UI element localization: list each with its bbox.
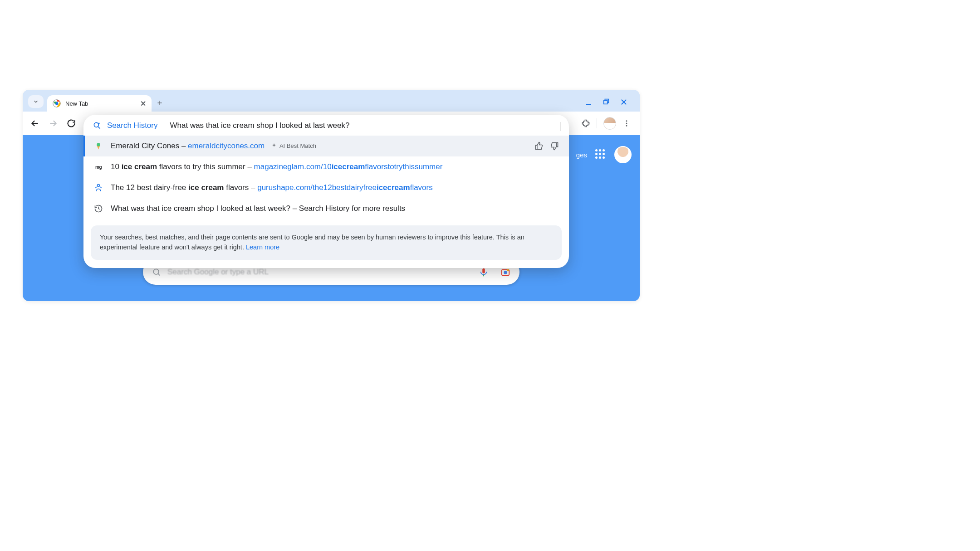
back-button[interactable] [27, 116, 43, 131]
svg-point-18 [94, 122, 98, 127]
svg-point-9 [626, 123, 627, 124]
suggestion-row[interactable]: Emerald City Cones – emeraldcitycones.co… [83, 136, 569, 156]
svg-point-16 [504, 271, 507, 274]
window-controls [584, 98, 636, 112]
thumbs-up-icon[interactable] [534, 141, 544, 151]
feedback-buttons [534, 141, 559, 151]
profile-avatar-ntp[interactable] [614, 146, 632, 163]
minimize-button[interactable] [584, 98, 593, 106]
toolbar-divider [597, 118, 597, 128]
voice-search-icon[interactable] [479, 267, 489, 277]
chrome-favicon-icon [53, 99, 61, 107]
ai-disclaimer-notice: Your searches, best matches, and their p… [91, 225, 562, 260]
top-link-fragment[interactable]: ges [576, 151, 587, 159]
reload-button[interactable] [64, 116, 79, 131]
tab-strip: New Tab ✕ ＋ [23, 90, 640, 112]
ai-search-icon [93, 121, 102, 130]
close-window-button[interactable] [620, 98, 628, 106]
thumbs-down-icon[interactable] [550, 141, 559, 151]
suggestion-text: 10 ice cream flavors to try this summer … [111, 162, 559, 171]
ntp-search-placeholder: Search Google or type a URL [167, 268, 269, 277]
profile-avatar-toolbar[interactable] [603, 117, 616, 130]
restore-button[interactable] [603, 98, 610, 106]
history-icon [93, 204, 103, 214]
site-favicon-icon [93, 183, 103, 193]
omnibox-input-row[interactable]: Search History What was that ice cream s… [83, 115, 569, 136]
suggestion-text: The 12 best dairy-free ice cream flavors… [111, 183, 559, 192]
suggestion-row[interactable]: The 12 best dairy-free ice cream flavors… [83, 177, 569, 198]
cone-favicon-icon [93, 141, 103, 151]
browser-tab[interactable]: New Tab ✕ [47, 95, 152, 112]
svg-rect-3 [604, 100, 608, 104]
tab-title: New Tab [65, 100, 88, 107]
new-tab-button[interactable]: ＋ [153, 96, 166, 109]
svg-point-21 [98, 185, 100, 187]
kebab-menu-icon[interactable] [622, 119, 631, 127]
ai-best-match-badge: AI Best Match [271, 142, 316, 149]
svg-line-12 [158, 273, 160, 275]
search-scope-chip[interactable]: Search History [107, 121, 164, 130]
omnibox-dropdown: Search History What was that ice cream s… [83, 115, 569, 268]
forward-button [45, 116, 61, 131]
svg-rect-13 [482, 268, 485, 273]
suggestion-text: What was that ice cream shop I looked at… [111, 204, 559, 213]
site-favicon-icon: mg [93, 162, 103, 172]
svg-point-17 [507, 269, 509, 271]
ntp-top-right: ges [576, 146, 632, 163]
lens-search-icon[interactable] [500, 267, 510, 277]
notice-text: Your searches, best matches, and their p… [100, 234, 524, 251]
svg-point-10 [626, 125, 627, 127]
tab-search-button[interactable] [28, 95, 44, 108]
learn-more-link[interactable]: Learn more [246, 244, 279, 251]
google-apps-icon[interactable] [595, 149, 606, 160]
suggestion-row[interactable]: What was that ice cream shop I looked at… [83, 198, 569, 219]
svg-line-19 [98, 127, 100, 129]
suggestion-text: Emerald City Cones – emeraldcitycones.co… [111, 141, 527, 151]
svg-point-8 [626, 120, 627, 122]
extensions-icon[interactable] [581, 119, 590, 128]
omnibox-query-text[interactable]: What was that ice cream shop I looked at… [170, 121, 560, 130]
svg-point-20 [97, 143, 100, 146]
close-tab-icon[interactable]: ✕ [140, 99, 146, 108]
chrome-window: New Tab ✕ ＋ [23, 90, 640, 301]
search-icon [152, 268, 161, 277]
svg-point-11 [153, 269, 159, 274]
suggestion-row[interactable]: mg 10 ice cream flavors to try this summ… [83, 156, 569, 177]
